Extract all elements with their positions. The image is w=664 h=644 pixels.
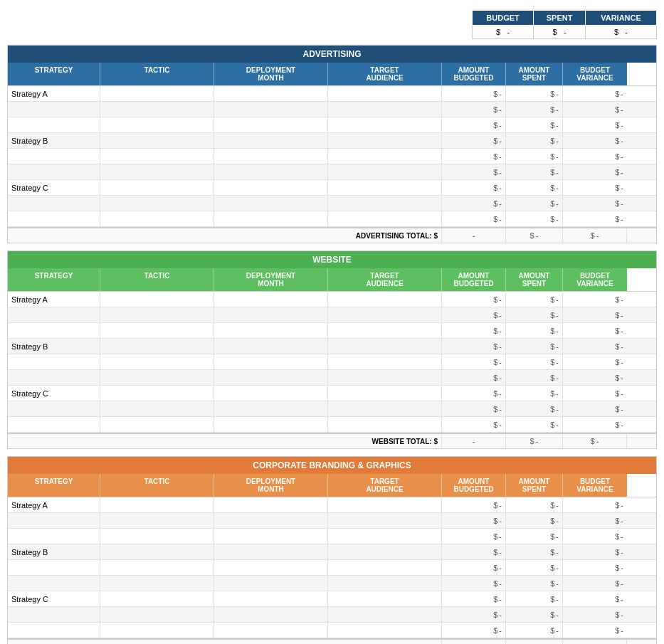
- tactic-cell-corporate-2-2[interactable]: [100, 623, 214, 638]
- budget-cell-website-0-0[interactable]: $ -: [442, 292, 506, 307]
- budget-cell-corporate-1-2[interactable]: $ -: [442, 576, 506, 591]
- target-cell-website-0-0[interactable]: [328, 292, 442, 307]
- variance-cell-advertising-0-2[interactable]: $ -: [563, 117, 627, 132]
- variance-cell-advertising-1-0[interactable]: $ -: [563, 133, 627, 148]
- budget-cell-advertising-1-1[interactable]: $ -: [442, 149, 506, 164]
- spent-cell-website-0-0[interactable]: $ -: [506, 292, 563, 307]
- tactic-cell-website-2-2[interactable]: [100, 417, 214, 432]
- deploy-cell-advertising-2-2[interactable]: [214, 211, 328, 226]
- budget-cell-corporate-0-2[interactable]: $ -: [442, 529, 506, 544]
- target-cell-corporate-1-1[interactable]: [328, 560, 442, 575]
- deploy-cell-corporate-1-0[interactable]: [214, 544, 328, 559]
- variance-cell-website-2-0[interactable]: $ -: [563, 386, 627, 401]
- target-cell-advertising-1-2[interactable]: [328, 164, 442, 179]
- spent-cell-corporate-0-2[interactable]: $ -: [506, 529, 563, 544]
- deploy-cell-advertising-0-0[interactable]: [214, 86, 328, 101]
- tactic-cell-website-2-0[interactable]: [100, 386, 214, 401]
- budget-cell-advertising-1-0[interactable]: $ -: [442, 133, 506, 148]
- tactic-cell-advertising-1-2[interactable]: [100, 164, 214, 179]
- variance-cell-corporate-1-0[interactable]: $ -: [563, 544, 627, 559]
- target-cell-corporate-0-0[interactable]: [328, 497, 442, 512]
- spent-cell-advertising-0-0[interactable]: $ -: [506, 86, 563, 101]
- deploy-cell-advertising-1-2[interactable]: [214, 164, 328, 179]
- deploy-cell-corporate-1-1[interactable]: [214, 560, 328, 575]
- budget-cell-corporate-2-2[interactable]: $ -: [442, 623, 506, 638]
- deploy-cell-corporate-0-0[interactable]: [214, 497, 328, 512]
- target-cell-advertising-2-2[interactable]: [328, 211, 442, 226]
- tactic-cell-corporate-0-0[interactable]: [100, 497, 214, 512]
- budget-cell-advertising-2-1[interactable]: $ -: [442, 196, 506, 211]
- tactic-cell-advertising-2-2[interactable]: [100, 211, 214, 226]
- spent-cell-corporate-2-1[interactable]: $ -: [506, 607, 563, 622]
- spent-cell-advertising-1-0[interactable]: $ -: [506, 133, 563, 148]
- spent-cell-advertising-2-1[interactable]: $ -: [506, 196, 563, 211]
- spent-cell-website-2-1[interactable]: $ -: [506, 401, 563, 416]
- target-cell-corporate-0-2[interactable]: [328, 529, 442, 544]
- tactic-cell-advertising-0-2[interactable]: [100, 117, 214, 132]
- target-cell-advertising-1-0[interactable]: [328, 133, 442, 148]
- budget-cell-advertising-2-2[interactable]: $ -: [442, 211, 506, 226]
- deploy-cell-advertising-0-2[interactable]: [214, 117, 328, 132]
- variance-cell-website-0-1[interactable]: $ -: [563, 307, 627, 322]
- spent-cell-advertising-1-1[interactable]: $ -: [506, 149, 563, 164]
- spent-cell-corporate-2-0[interactable]: $ -: [506, 591, 563, 606]
- spent-cell-website-1-2[interactable]: $ -: [506, 370, 563, 385]
- budget-cell-website-2-0[interactable]: $ -: [442, 386, 506, 401]
- target-cell-advertising-1-1[interactable]: [328, 149, 442, 164]
- variance-cell-advertising-1-1[interactable]: $ -: [563, 149, 627, 164]
- spent-cell-corporate-2-2[interactable]: $ -: [506, 623, 563, 638]
- budget-cell-website-0-1[interactable]: $ -: [442, 307, 506, 322]
- variance-cell-corporate-1-2[interactable]: $ -: [563, 576, 627, 591]
- variance-cell-advertising-2-2[interactable]: $ -: [563, 211, 627, 226]
- deploy-cell-website-2-1[interactable]: [214, 401, 328, 416]
- target-cell-website-0-2[interactable]: [328, 323, 442, 338]
- variance-cell-advertising-0-0[interactable]: $ -: [563, 86, 627, 101]
- variance-cell-advertising-2-0[interactable]: $ -: [563, 180, 627, 195]
- variance-cell-website-2-1[interactable]: $ -: [563, 401, 627, 416]
- deploy-cell-website-0-0[interactable]: [214, 292, 328, 307]
- spent-cell-corporate-0-1[interactable]: $ -: [506, 513, 563, 528]
- deploy-cell-corporate-2-2[interactable]: [214, 623, 328, 638]
- tactic-cell-corporate-2-0[interactable]: [100, 591, 214, 606]
- budget-cell-advertising-1-2[interactable]: $ -: [442, 164, 506, 179]
- variance-cell-advertising-0-1[interactable]: $ -: [563, 102, 627, 117]
- deploy-cell-advertising-2-0[interactable]: [214, 180, 328, 195]
- variance-cell-website-2-2[interactable]: $ -: [563, 417, 627, 432]
- variance-cell-corporate-2-0[interactable]: $ -: [563, 591, 627, 606]
- spent-cell-corporate-1-2[interactable]: $ -: [506, 576, 563, 591]
- deploy-cell-website-1-1[interactable]: [214, 354, 328, 369]
- tactic-cell-website-0-0[interactable]: [100, 292, 214, 307]
- budget-cell-advertising-0-0[interactable]: $ -: [442, 86, 506, 101]
- target-cell-corporate-2-1[interactable]: [328, 607, 442, 622]
- deploy-cell-corporate-0-2[interactable]: [214, 529, 328, 544]
- budget-cell-advertising-0-2[interactable]: $ -: [442, 117, 506, 132]
- target-cell-website-1-1[interactable]: [328, 354, 442, 369]
- target-cell-website-2-0[interactable]: [328, 386, 442, 401]
- spent-cell-website-1-1[interactable]: $ -: [506, 354, 563, 369]
- spent-cell-website-1-0[interactable]: $ -: [506, 339, 563, 354]
- budget-cell-advertising-2-0[interactable]: $ -: [442, 180, 506, 195]
- budget-cell-corporate-0-1[interactable]: $ -: [442, 513, 506, 528]
- target-cell-advertising-0-0[interactable]: [328, 86, 442, 101]
- tactic-cell-corporate-1-0[interactable]: [100, 544, 214, 559]
- variance-cell-corporate-0-2[interactable]: $ -: [563, 529, 627, 544]
- spent-cell-advertising-0-1[interactable]: $ -: [506, 102, 563, 117]
- budget-cell-corporate-2-1[interactable]: $ -: [442, 607, 506, 622]
- tactic-cell-website-1-2[interactable]: [100, 370, 214, 385]
- deploy-cell-corporate-2-0[interactable]: [214, 591, 328, 606]
- budget-cell-corporate-1-1[interactable]: $ -: [442, 560, 506, 575]
- budget-cell-advertising-0-1[interactable]: $ -: [442, 102, 506, 117]
- tactic-cell-advertising-0-0[interactable]: [100, 86, 214, 101]
- spent-cell-advertising-1-2[interactable]: $ -: [506, 164, 563, 179]
- variance-cell-corporate-2-1[interactable]: $ -: [563, 607, 627, 622]
- target-cell-advertising-2-0[interactable]: [328, 180, 442, 195]
- target-cell-corporate-2-0[interactable]: [328, 591, 442, 606]
- tactic-cell-corporate-0-1[interactable]: [100, 513, 214, 528]
- target-cell-corporate-0-1[interactable]: [328, 513, 442, 528]
- spent-cell-corporate-1-0[interactable]: $ -: [506, 544, 563, 559]
- spent-cell-website-2-0[interactable]: $ -: [506, 386, 563, 401]
- variance-cell-website-1-2[interactable]: $ -: [563, 370, 627, 385]
- tactic-cell-corporate-2-1[interactable]: [100, 607, 214, 622]
- tactic-cell-corporate-1-1[interactable]: [100, 560, 214, 575]
- deploy-cell-advertising-0-1[interactable]: [214, 102, 328, 117]
